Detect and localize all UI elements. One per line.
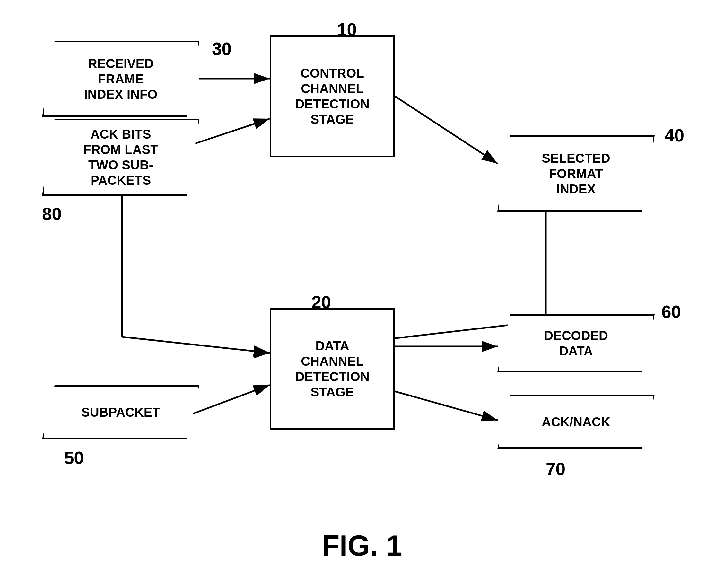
svg-line-9 [193,385,270,414]
node-number-70: 70 [546,459,565,479]
node-number-30: 30 [212,39,232,59]
figure-label: FIG. 1 [322,529,402,562]
selected-format-node: SELECTEDFORMATINDEX [497,135,655,212]
node-number-50: 50 [64,447,84,468]
control-channel-node: CONTROLCHANNELDETECTIONSTAGE [270,35,395,157]
node-number-20: 20 [311,292,331,312]
selected-format-label: SELECTEDFORMATINDEX [539,147,613,200]
diagram-container: RECEIVEDFRAMEINDEX INFO 30 ACK BITSFROM … [0,0,724,588]
ack-nack-label: ACK/NACK [539,411,613,433]
received-frame-label: RECEIVEDFRAMEINDEX INFO [81,52,161,105]
decoded-data-label: DECODEDDATA [541,324,611,362]
node-number-80: 80 [42,204,62,224]
svg-line-11 [395,391,498,420]
ack-bits-node: ACK BITSFROM LASTTWO SUB-PACKETS [42,119,199,196]
svg-line-8 [122,337,270,353]
data-channel-node: DATACHANNELDETECTIONSTAGE [270,308,395,430]
data-channel-label: DATACHANNELDETECTIONSTAGE [292,335,373,403]
control-channel-label: CONTROLCHANNELDETECTIONSTAGE [292,62,373,130]
svg-line-3 [395,96,498,164]
ack-bits-label: ACK BITSFROM LASTTWO SUB-PACKETS [80,123,161,191]
svg-line-2 [193,119,270,144]
received-frame-index-node: RECEIVEDFRAMEINDEX INFO [42,41,199,117]
subpacket-node: SUBPACKET [42,385,199,440]
subpacket-label: SUBPACKET [78,401,163,423]
node-number-40: 40 [665,125,684,146]
ack-nack-node: ACK/NACK [497,395,655,449]
decoded-data-node: DECODEDDATA [497,314,655,372]
node-number-10: 10 [337,19,357,40]
node-number-60: 60 [661,301,681,322]
